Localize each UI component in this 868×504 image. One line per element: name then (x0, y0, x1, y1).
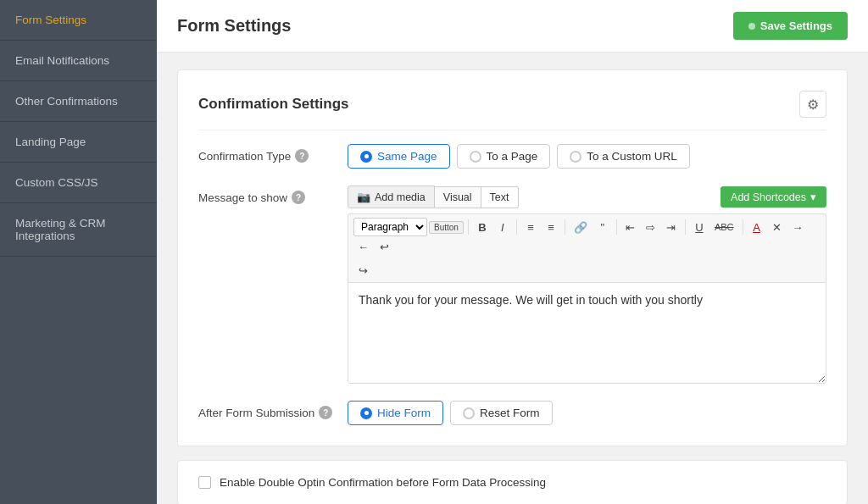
chevron-down-icon: ▾ (810, 191, 816, 203)
confirmation-type-row: Confirmation Type ? Same Page To a Page … (198, 144, 826, 169)
radio-dot-to-a-custom-url (570, 151, 581, 163)
outdent-button[interactable]: ← (353, 238, 373, 256)
paragraph-select[interactable]: Paragraph (353, 218, 427, 236)
confirmation-settings-card: Confirmation Settings ⚙ Confirmation Typ… (177, 69, 848, 446)
editor-area[interactable]: Thank you for your message. We will get … (348, 282, 826, 384)
bold-button[interactable]: B (473, 219, 492, 236)
add-shortcodes-button[interactable]: Add Shortcodes ▾ (721, 186, 826, 208)
sidebar-item-email-notifications[interactable]: Email Notifications (0, 41, 157, 81)
ordered-list-button[interactable]: ≡ (542, 219, 560, 236)
sidebar-item-custom-css-js[interactable]: Custom CSS/JS (0, 163, 157, 203)
radio-hide-form[interactable]: Hide Form (348, 401, 443, 425)
unordered-list-button[interactable]: ≡ (521, 219, 540, 236)
confirmation-type-label: Confirmation Type ? (198, 144, 334, 163)
editor-wrapper: 📷 Add media Visual Text Add Shortcod (348, 186, 826, 384)
double-optin-card: Enable Double Optin Confirmation before … (177, 460, 848, 504)
toolbar-sep-5 (685, 219, 686, 235)
editor-toolbar: Paragraph Button B I ≡ ≡ 🔗 " ⇤ (348, 213, 826, 259)
align-center-button[interactable]: ⇨ (642, 219, 660, 236)
toolbar-sep-1 (468, 219, 469, 235)
add-media-button[interactable]: 📷 Add media (348, 186, 435, 208)
toolbar-sep-4 (616, 219, 617, 235)
message-to-show-label: Message to show ? (198, 186, 334, 204)
blockquote-button[interactable]: " (593, 219, 612, 236)
content-area: Confirmation Settings ⚙ Confirmation Typ… (157, 53, 868, 504)
radio-reset-form[interactable]: Reset Form (450, 401, 553, 425)
save-btn-indicator (748, 23, 755, 30)
underline-button[interactable]: U (690, 219, 709, 236)
confirmation-type-help-icon: ? (295, 149, 309, 163)
toolbar-sep-2 (516, 219, 517, 235)
double-optin-checkbox[interactable] (198, 476, 211, 489)
radio-same-page[interactable]: Same Page (348, 144, 450, 169)
gear-button[interactable]: ⚙ (799, 91, 826, 118)
editor-top-bar: 📷 Add media Visual Text Add Shortcod (348, 186, 826, 208)
sidebar-item-landing-page[interactable]: Landing Page (0, 122, 157, 163)
clear-format-button[interactable]: ✕ (768, 219, 787, 236)
indent-button[interactable]: → (788, 219, 808, 236)
button-tag-btn[interactable]: Button (429, 221, 464, 234)
radio-to-a-page[interactable]: To a Page (457, 144, 551, 169)
after-submission-help-icon: ? (319, 406, 332, 419)
radio-dot-to-a-page (470, 151, 481, 163)
card-title-row: Confirmation Settings ⚙ (198, 91, 826, 130)
link-button[interactable]: 🔗 (570, 219, 592, 236)
after-submission-label: After Form Submission ? (198, 401, 334, 419)
toolbar-sep-3 (565, 219, 565, 235)
undo-button[interactable]: ↩ (375, 238, 393, 256)
radio-dot-same-page (360, 151, 372, 163)
save-settings-button[interactable]: Save Settings (733, 12, 848, 40)
radio-dot-reset-form (463, 407, 475, 419)
editor-toolbar-2: ↪ (348, 259, 826, 282)
sidebar-item-form-settings[interactable]: Form Settings (0, 0, 157, 41)
align-right-button[interactable]: ⇥ (662, 219, 681, 236)
confirmation-card-title: Confirmation Settings (198, 96, 349, 113)
radio-to-a-custom-url[interactable]: To a Custom URL (557, 144, 690, 169)
strikethrough-button[interactable]: ABC (710, 219, 738, 235)
after-submission-row: After Form Submission ? Hide Form Reset … (198, 401, 826, 425)
tab-text-button[interactable]: Text (481, 186, 519, 208)
radio-dot-hide-form (360, 407, 372, 419)
italic-button[interactable]: I (493, 219, 512, 236)
toolbar-sep-6 (743, 219, 743, 235)
sidebar-item-marketing-crm[interactable]: Marketing & CRM Integrations (0, 203, 157, 257)
editor-top-left: 📷 Add media Visual Text (348, 186, 519, 208)
tab-visual-button[interactable]: Visual (435, 186, 481, 208)
page-header: Form Settings Save Settings (157, 0, 868, 53)
after-submission-radio-group: Hide Form Reset Form (348, 401, 553, 425)
message-to-show-row: Message to show ? 📷 Add media Visual (198, 186, 826, 384)
text-color-button[interactable]: A (748, 219, 766, 236)
main-content: Form Settings Save Settings Confirmation… (157, 0, 868, 504)
confirmation-type-radio-group: Same Page To a Page To a Custom URL (348, 144, 690, 169)
message-help-icon: ? (292, 191, 305, 204)
page-title: Form Settings (177, 16, 291, 36)
sidebar: Form Settings Email Notifications Other … (0, 0, 157, 504)
align-left-button[interactable]: ⇤ (621, 219, 640, 236)
sidebar-item-other-confirmations[interactable]: Other Confirmations (0, 81, 157, 122)
double-optin-label: Enable Double Optin Confirmation before … (220, 476, 546, 489)
add-media-icon: 📷 (357, 191, 370, 203)
redo-button[interactable]: ↪ (353, 262, 372, 280)
